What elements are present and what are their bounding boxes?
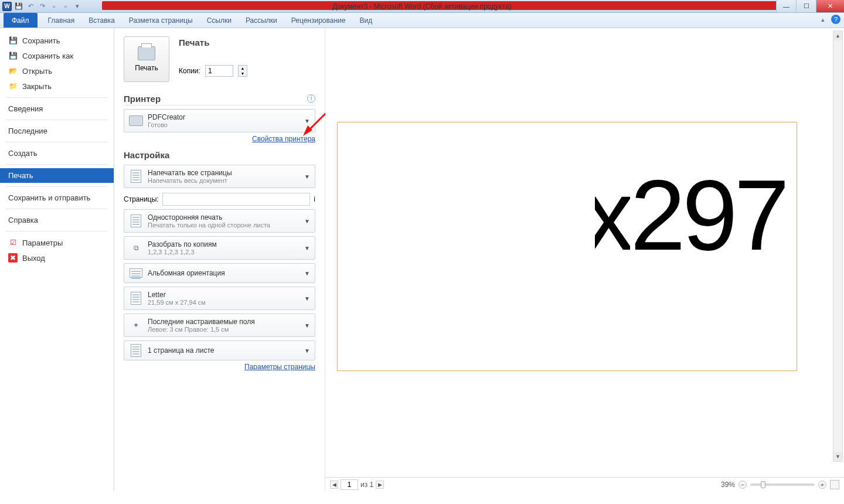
ribbon-minimize-icon[interactable]: ▴ — [818, 15, 828, 24]
chevron-down-icon: ▼ — [304, 295, 310, 302]
margins-sub: Левое: 3 см Правое: 1,5 см — [148, 326, 304, 333]
duplex-select[interactable]: Односторонняя печатьПечатать только на о… — [124, 209, 315, 233]
paper-icon — [129, 292, 143, 304]
sidebar-recent[interactable]: Последние — [0, 124, 114, 138]
close-button[interactable]: ✕ — [816, 0, 844, 12]
sidebar-open-label: Открыть — [22, 67, 52, 76]
print-button-label: Печать — [135, 64, 158, 72]
tab-mailings[interactable]: Рассылки — [239, 13, 284, 28]
sidebar-options[interactable]: ☑Параметры — [0, 235, 114, 250]
sidebar-recent-label: Последние — [8, 127, 47, 135]
tab-view[interactable]: Вид — [352, 13, 379, 28]
sidebar-exit[interactable]: ✖Выход — [0, 250, 114, 265]
sidebar-save[interactable]: 💾Сохранить — [0, 33, 114, 48]
sidebar-open[interactable]: 📂Открыть — [0, 63, 114, 79]
duplex-title: Односторонняя печать — [148, 213, 304, 222]
paper-size-select[interactable]: Letter21,59 см x 27,94 см ▼ — [124, 287, 315, 310]
minimize-button[interactable]: — — [776, 0, 796, 12]
sidebar-info[interactable]: Сведения — [0, 101, 114, 116]
page-setup-link[interactable]: Параметры страницы — [244, 363, 315, 371]
sidebar-print[interactable]: Печать — [0, 168, 114, 183]
printer-properties-link[interactable]: Свойства принтера — [252, 135, 315, 143]
chevron-down-icon: ▼ — [304, 173, 310, 180]
chevron-down-icon: ▼ — [304, 348, 310, 354]
zoom-label: 39% — [721, 481, 735, 489]
tab-home[interactable]: Главная — [41, 13, 82, 28]
chevron-down-icon: ▼ — [304, 245, 310, 251]
prev-page-button[interactable]: ◀ — [330, 481, 338, 489]
margins-title: Последние настраиваемые поля — [148, 318, 304, 326]
pages-icon — [129, 171, 143, 182]
scroll-up-icon[interactable]: ▲ — [833, 31, 842, 40]
sidebar-options-label: Параметры — [22, 239, 63, 247]
sidebar-print-label: Печать — [8, 171, 33, 180]
scroll-down-icon[interactable]: ▼ — [833, 452, 842, 461]
page-number-input[interactable] — [341, 479, 358, 490]
zoom-thumb[interactable] — [761, 481, 765, 488]
chevron-down-icon: ▼ — [304, 322, 310, 329]
maximize-button[interactable]: ☐ — [796, 0, 816, 12]
printer-select[interactable]: PDFCreator Готово ▼ — [124, 109, 315, 132]
window-title: Документ3 - Microsoft Word (Сбой активац… — [0, 2, 844, 11]
collate-title: Разобрать по копиям — [148, 240, 304, 248]
printer-name: PDFCreator — [148, 113, 304, 121]
pages-input[interactable] — [162, 193, 311, 206]
zoom-in-button[interactable]: + — [818, 481, 826, 489]
sidebar-saveas-label: Сохранить как — [22, 52, 73, 60]
sidebar-save-as[interactable]: 💾Сохранить как — [0, 48, 114, 63]
orientation-title: Альбомная ориентация — [148, 269, 225, 277]
sidebar-close[interactable]: 📁Закрыть — [0, 79, 114, 94]
paper-sub: 21,59 см x 27,94 см — [148, 299, 304, 306]
tab-file[interactable]: Файл — [4, 13, 38, 28]
ribbon-tabs: Файл Главная Вставка Разметка страницы С… — [0, 13, 844, 28]
copies-label: Копии: — [179, 67, 200, 75]
chevron-down-icon: ▼ — [304, 218, 310, 224]
print-button[interactable]: Печать — [124, 36, 169, 82]
vertical-scrollbar[interactable]: ▲ ▼ — [833, 30, 843, 462]
fit-page-button[interactable] — [830, 480, 839, 489]
page-of-label: из 1 — [360, 481, 373, 489]
spin-up-icon[interactable]: ▲ — [239, 66, 247, 71]
sidebar-send[interactable]: Сохранить и отправить — [0, 190, 114, 205]
duplex-sub: Печатать только на одной стороне листа — [148, 222, 304, 229]
sidebar-new[interactable]: Создать — [0, 146, 114, 161]
title-bar: W 💾 ↶ ↷ ▫ ▫ ▾ Документ3 - Microsoft Word… — [0, 0, 844, 13]
zoom-slider[interactable] — [750, 483, 815, 486]
print-range-select[interactable]: Напечатать все страницыНапечатать весь д… — [124, 165, 315, 188]
orientation-select[interactable]: Альбомная ориентация ▼ — [124, 263, 315, 283]
sidebar-new-label: Создать — [8, 149, 37, 158]
open-folder-icon: 📂 — [8, 66, 18, 76]
backstage-sidebar: 💾Сохранить 💾Сохранить как 📂Открыть 📁Закр… — [0, 28, 114, 491]
ppsheet-title: 1 страница на листе — [148, 346, 214, 355]
preview-text: x297 — [595, 158, 786, 273]
sidebar-save-label: Сохранить — [22, 36, 60, 45]
help-icon[interactable]: ? — [831, 15, 840, 24]
next-page-button[interactable]: ▶ — [376, 481, 384, 489]
spin-down-icon[interactable]: ▼ — [239, 71, 247, 76]
options-icon: ☑ — [8, 238, 18, 247]
sidebar-exit-label: Выход — [22, 254, 45, 263]
tab-insert[interactable]: Вставка — [81, 13, 122, 28]
pages-per-sheet-select[interactable]: 1 страница на листе ▼ — [124, 340, 315, 360]
margins-icon: ✦ — [129, 319, 143, 331]
sidebar-close-label: Закрыть — [22, 82, 52, 91]
tab-references[interactable]: Ссылки — [200, 13, 239, 28]
print-panel: Печать Печать Копии: ▲▼ Принтер i PDFCre… — [114, 28, 325, 491]
printer-info-icon[interactable]: i — [307, 94, 315, 103]
pages-info-icon[interactable]: i — [314, 195, 315, 203]
sidebar-help[interactable]: Справка — [0, 213, 114, 227]
tab-layout[interactable]: Разметка страницы — [122, 13, 200, 28]
collate-icon: ⧉ — [129, 242, 143, 254]
printer-heading: Принтер — [124, 94, 161, 104]
paper-title: Letter — [148, 291, 304, 299]
printer-big-icon — [138, 46, 155, 60]
zoom-out-button[interactable]: − — [738, 481, 747, 489]
chevron-down-icon: ▼ — [304, 118, 310, 124]
copies-spinner[interactable]: ▲▼ — [238, 65, 247, 77]
printer-icon — [129, 115, 143, 127]
close-doc-icon: 📁 — [8, 81, 18, 91]
copies-input[interactable] — [205, 65, 233, 77]
tab-review[interactable]: Рецензирование — [284, 13, 353, 28]
margins-select[interactable]: ✦ Последние настраиваемые поляЛевое: 3 с… — [124, 314, 315, 337]
collate-select[interactable]: ⧉ Разобрать по копиям1,2,3 1,2,3 1,2,3 ▼ — [124, 236, 315, 260]
